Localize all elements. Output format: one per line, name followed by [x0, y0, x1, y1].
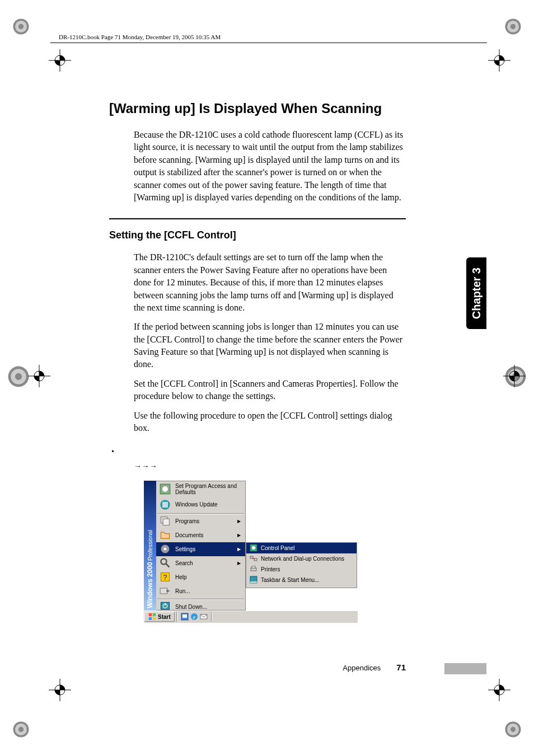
- section-heading-warming-up: [Warming up] Is Displayed When Scanning: [109, 101, 406, 116]
- menu-item-search[interactable]: Search ▶: [156, 556, 245, 570]
- chapter-tab: Chapter 3: [466, 257, 486, 329]
- paragraph: The DR-1210C's default settings are set …: [134, 251, 406, 314]
- windows-update-icon: [160, 499, 171, 510]
- svg-point-5: [510, 24, 516, 29]
- svg-rect-62: [149, 617, 152, 620]
- submenu-item-taskbar[interactable]: Taskbar & Start Menu...: [246, 575, 357, 585]
- svg-point-52: [252, 546, 255, 550]
- shutdown-icon: [160, 601, 171, 612]
- crosshair-icon: [503, 365, 526, 387]
- menu-label: Documents: [175, 532, 233, 538]
- step-dot: .: [111, 442, 114, 455]
- paragraph: Use the following procedure to open the …: [134, 410, 406, 435]
- menu-item-programs[interactable]: Programs ▶: [156, 514, 245, 528]
- taskbar-menu-icon: [250, 576, 257, 584]
- svg-rect-61: [153, 613, 156, 616]
- menu-label: Set Program Access and Defaults: [175, 483, 242, 495]
- svg-rect-56: [251, 568, 256, 571]
- settings-icon: [160, 543, 171, 555]
- menu-label: Run...: [175, 588, 242, 594]
- arrow-icon: →: [149, 462, 157, 471]
- help-icon: ?: [160, 571, 171, 583]
- menu-item-shutdown[interactable]: Shut Down...: [156, 600, 245, 614]
- submenu-label: Taskbar & Start Menu...: [261, 577, 320, 583]
- registration-mark-icon: [11, 17, 31, 36]
- svg-rect-57: [252, 566, 255, 568]
- menu-separator: [157, 513, 244, 514]
- outlook-icon[interactable]: [200, 613, 208, 621]
- chevron-right-icon: ▶: [237, 533, 241, 538]
- thumb-tab: [444, 663, 486, 674]
- svg-rect-60: [149, 613, 152, 616]
- submenu-item-printers[interactable]: Printers: [246, 564, 357, 575]
- menu-item-set-program-access[interactable]: Set Program Access and Defaults: [156, 481, 245, 497]
- menu-label: Settings: [175, 546, 233, 552]
- windows-banner: Windows 2000 Professional: [144, 481, 156, 611]
- menu-label: Search: [175, 560, 233, 566]
- ie-icon[interactable]: e: [190, 613, 198, 621]
- registration-mark-icon: [503, 17, 523, 36]
- svg-rect-65: [182, 614, 187, 618]
- svg-point-8: [18, 727, 24, 732]
- step-1: .: [109, 442, 406, 455]
- settings-submenu: Control Panel Network and Dial-up Connec…: [246, 542, 357, 588]
- windows-logo-icon: [148, 613, 156, 621]
- menu-item-settings[interactable]: Settings ▶: [156, 542, 245, 556]
- show-desktop-icon[interactable]: [181, 613, 189, 621]
- svg-point-2: [18, 24, 24, 29]
- submenu-label: Network and Dial-up Connections: [261, 556, 344, 562]
- start-button-label: Start: [158, 614, 171, 620]
- footer-page-number: 71: [396, 663, 406, 672]
- submenu-item-control-panel[interactable]: Control Panel: [246, 543, 357, 553]
- menu-label: Help: [175, 574, 242, 580]
- crosshair-icon: [488, 49, 510, 72]
- network-icon: [250, 555, 257, 562]
- paragraph: Set the [CCFL Control] in [Scanners and …: [134, 378, 406, 403]
- menu-item-documents[interactable]: Documents ▶: [156, 528, 245, 542]
- menu-item-windows-update[interactable]: Windows Update: [156, 497, 245, 513]
- svg-point-37: [162, 486, 168, 492]
- svg-rect-63: [153, 617, 156, 620]
- svg-point-14: [15, 373, 22, 380]
- substep-1: →→→: [134, 459, 406, 472]
- printers-icon: [250, 565, 257, 573]
- run-icon: [160, 585, 171, 597]
- menu-separator: [157, 599, 244, 599]
- svg-rect-59: [250, 581, 257, 583]
- arrow-icon: →: [134, 462, 142, 471]
- submenu-label: Printers: [261, 566, 280, 572]
- svg-point-42: [164, 548, 167, 551]
- crosshair-icon: [49, 49, 71, 72]
- control-panel-icon: [250, 544, 257, 552]
- chevron-right-icon: ▶: [237, 561, 241, 566]
- search-icon: [160, 557, 171, 569]
- submenu-item-network[interactable]: Network and Dial-up Connections: [246, 553, 357, 564]
- registration-mark-icon: [503, 720, 523, 739]
- start-menu-column: Set Program Access and Defaults Windows …: [156, 481, 246, 611]
- submenu-label: Control Panel: [261, 545, 295, 551]
- quick-launch: e: [179, 613, 210, 621]
- chevron-right-icon: ▶: [237, 519, 241, 524]
- menu-label: Shut Down...: [175, 604, 242, 610]
- svg-rect-47: [160, 588, 167, 594]
- page-footer: Appendices 71: [109, 663, 406, 672]
- menu-item-run[interactable]: Run...: [156, 584, 245, 598]
- header-rule: [50, 43, 487, 43]
- svg-line-44: [166, 564, 169, 567]
- chevron-right-icon: ▶: [237, 547, 241, 552]
- paragraph: If the period between scanning jobs is l…: [134, 321, 406, 371]
- registration-mark-icon: [11, 720, 31, 739]
- crosshair-icon: [49, 679, 71, 701]
- arrow-icon: →: [142, 462, 149, 471]
- menu-item-help[interactable]: ? Help: [156, 570, 245, 584]
- svg-point-43: [161, 559, 167, 565]
- crosshair-icon: [488, 679, 510, 701]
- paragraph: Because the DR-1210C uses a cold cathode…: [134, 129, 406, 204]
- page-content: [Warming up] Is Displayed When Scanning …: [109, 101, 406, 623]
- svg-text:?: ?: [163, 574, 167, 581]
- svg-text:e: e: [193, 614, 196, 620]
- footer-section: Appendices: [343, 664, 381, 672]
- menu-label: Programs: [175, 518, 233, 524]
- start-menu-screenshot: Windows 2000 Professional Set Program Ac…: [144, 481, 358, 623]
- documents-icon: [160, 529, 171, 541]
